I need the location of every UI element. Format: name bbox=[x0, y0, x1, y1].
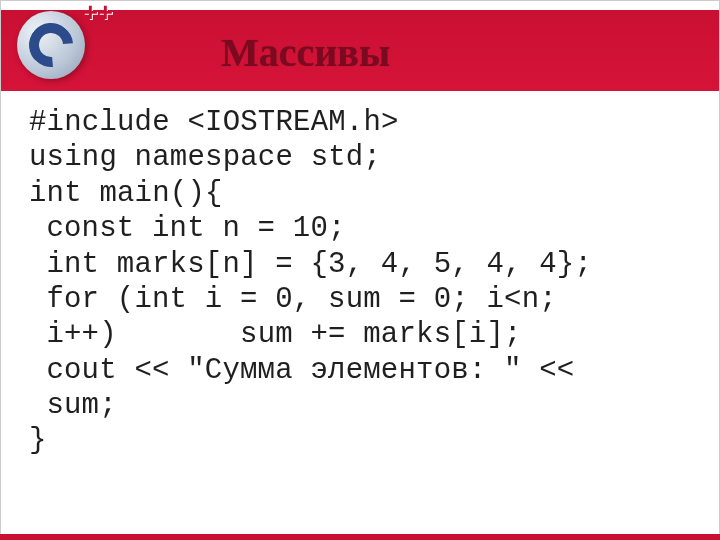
code-span: i++) bbox=[46, 318, 116, 351]
code-block: #include <IOSTREAM.h> using namespace st… bbox=[1, 91, 719, 469]
logo-c-shape bbox=[20, 14, 82, 76]
code-line: int marks[n] = {3, 4, 5, 4, 4}; bbox=[29, 247, 691, 282]
logo-circle bbox=[17, 11, 85, 79]
logo-plus-icon: ++ bbox=[83, 0, 113, 28]
footer-bar bbox=[0, 534, 720, 540]
code-line: using namespace std; bbox=[29, 140, 691, 175]
code-span: sum += marks[i]; bbox=[117, 318, 522, 351]
code-line: int main(){ bbox=[29, 176, 691, 211]
cpp-logo: ++ bbox=[7, 1, 95, 89]
slide-header: ++ Массивы bbox=[1, 1, 719, 91]
code-line: sum; bbox=[29, 388, 691, 423]
code-line: #include <IOSTREAM.h> bbox=[29, 105, 691, 140]
code-line: const int n = 10; bbox=[29, 211, 691, 246]
code-line: cout << "Сумма элементов: " << bbox=[29, 353, 691, 388]
code-line: for (int i = 0, sum = 0; i<n; bbox=[29, 282, 691, 317]
slide-title: Массивы bbox=[221, 29, 390, 76]
code-line: } bbox=[29, 423, 691, 458]
code-line: i++) sum += marks[i]; bbox=[29, 317, 691, 352]
